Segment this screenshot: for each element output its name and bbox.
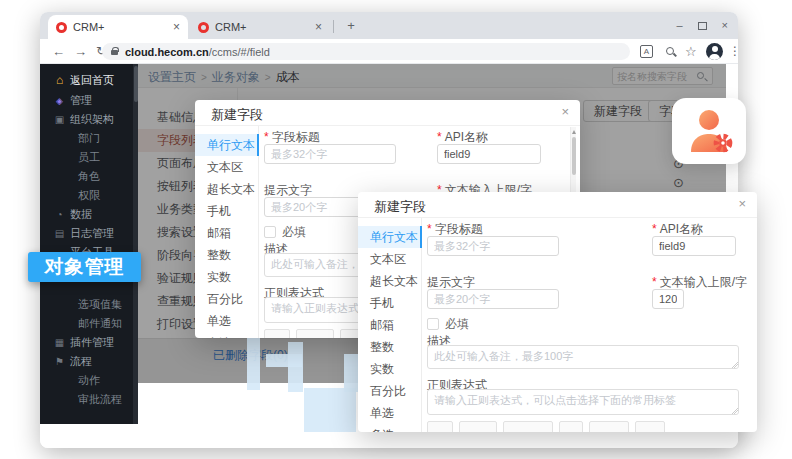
field-type-label: 整数 <box>207 248 231 262</box>
sidebar-item[interactable]: 选项值集 <box>40 295 133 314</box>
description-textarea[interactable] <box>427 345 739 369</box>
sidebar-item[interactable]: 插件管理 <box>40 333 133 352</box>
field-type-label: 百分比 <box>370 384 406 398</box>
data-icon <box>53 205 66 224</box>
field-title-input[interactable] <box>264 144 396 164</box>
avatar-settings-card <box>672 98 746 164</box>
sidebar-item-label: 插件管理 <box>70 336 114 348</box>
forward-icon[interactable]: → <box>74 43 87 60</box>
sidebar-item[interactable]: 管理 <box>40 91 133 110</box>
field-type-label: 超长文本 <box>207 182 255 196</box>
tab-close-icon[interactable]: × <box>315 21 322 33</box>
log-icon <box>53 224 66 243</box>
regex-tag-chip[interactable] <box>559 421 583 432</box>
sidebar-item[interactable]: 邮件通知 <box>40 314 133 333</box>
regex-textarea[interactable] <box>427 389 739 415</box>
field-type-item[interactable]: 手机 <box>195 200 258 222</box>
field-type-item[interactable]: 整数 <box>195 244 258 266</box>
field-type-item[interactable]: 超长文本 <box>195 178 258 200</box>
regex-tag-chip[interactable] <box>589 421 629 432</box>
address-bar[interactable]: cloud.hecom.cn/ccms/#/field <box>102 43 630 60</box>
translate-icon[interactable]: A <box>640 45 653 58</box>
sidebar-scrollbar-thumb[interactable] <box>134 66 138 102</box>
new-field-dialog: 新建字段 × 单行文本 文本区 超长文本 手机 邮箱 整数 <box>358 192 757 432</box>
bookmark-star-icon[interactable]: ☆ <box>685 43 697 60</box>
field-title-input[interactable] <box>427 236 559 256</box>
api-name-input[interactable] <box>652 236 736 256</box>
url-path: /ccms/#/field <box>209 46 270 58</box>
sidebar-item[interactable]: 组织架构 <box>40 110 133 129</box>
field-type-item[interactable]: 超长文本 <box>358 270 421 292</box>
field-type-item[interactable]: 整数 <box>358 336 421 358</box>
new-tab-button[interactable]: + <box>341 17 361 35</box>
field-type-item[interactable]: 文本区 <box>358 248 421 270</box>
field-type-item[interactable]: 邮箱 <box>195 222 258 244</box>
maximize-button[interactable] <box>698 22 707 30</box>
field-type-item[interactable]: 实数 <box>358 358 421 380</box>
tab-close-icon[interactable]: × <box>173 21 180 33</box>
field-type-item[interactable]: 单行文本 <box>195 134 258 156</box>
field-type-item[interactable]: 实数 <box>195 266 258 288</box>
window-close-button[interactable]: × <box>722 20 728 31</box>
field-type-item[interactable]: 百分比 <box>195 288 258 310</box>
sidebar-item[interactable]: 角色 <box>40 167 133 186</box>
scroll-up-icon[interactable] <box>572 130 576 134</box>
regex-tag-chip[interactable] <box>427 421 453 432</box>
api-name-input[interactable] <box>437 144 541 164</box>
home-icon <box>53 69 66 92</box>
sidebar-item[interactable]: 部门 <box>40 129 133 148</box>
field-type-label: 单选 <box>370 406 394 420</box>
sidebar-item-label: 管理 <box>70 94 92 106</box>
field-type-item[interactable]: 单选 <box>195 310 258 332</box>
dialog-close-icon[interactable]: × <box>561 105 569 118</box>
hint-text-input[interactable] <box>427 289 559 309</box>
gear-icon <box>712 132 734 154</box>
sidebar-item[interactable]: 员工 <box>40 148 133 167</box>
object-management-badge: 对象管理 <box>28 252 141 282</box>
browser-window: CRM+ × CRM+ × + – × ← → ↻ cloud.heco <box>40 12 738 448</box>
regex-tag-chip[interactable] <box>503 421 553 432</box>
field-type-item[interactable]: 百分比 <box>358 380 421 402</box>
zoom-search-icon[interactable] <box>666 47 674 55</box>
sidebar-item-label: 流程 <box>70 355 92 367</box>
field-type-label: 实数 <box>207 270 231 284</box>
required-checkbox[interactable] <box>427 318 439 330</box>
sidebar-item[interactable]: 权限 <box>40 186 133 205</box>
required-mark: * <box>264 130 269 144</box>
field-type-item[interactable]: 多选 <box>358 424 421 432</box>
browser-tab-inactive[interactable]: CRM+ × <box>190 15 330 39</box>
lock-icon <box>111 50 118 55</box>
field-type-item[interactable]: 多选 <box>195 332 258 338</box>
minimize-button[interactable]: – <box>676 20 682 31</box>
sidebar-item[interactable]: 审批流程 <box>40 390 133 409</box>
field-type-item[interactable]: 单选 <box>358 402 421 424</box>
field-type-nav: 单行文本 文本区 超长文本 手机 邮箱 整数 实数 百分比 <box>195 126 259 338</box>
sidebar-item[interactable]: 返回首页 <box>40 69 133 91</box>
field-type-label: 百分比 <box>207 292 243 306</box>
dialog-close-icon[interactable]: × <box>738 197 746 210</box>
browser-tab-active[interactable]: CRM+ × <box>48 15 188 39</box>
sidebar-item[interactable]: 动作 <box>40 371 133 390</box>
browser-menu-dots-icon[interactable]: ⋮ <box>729 43 741 60</box>
dialog-scrollbar-thumb[interactable] <box>572 137 576 175</box>
text-limit-input[interactable] <box>652 289 684 309</box>
field-type-item[interactable]: 手机 <box>358 292 421 314</box>
tab-title: CRM+ <box>215 21 311 33</box>
regex-tag-chip[interactable] <box>459 421 497 432</box>
field-type-item[interactable]: 邮箱 <box>358 314 421 336</box>
sidebar-item[interactable]: 日志管理 <box>40 224 133 243</box>
field-type-label: 文本区 <box>370 252 406 266</box>
regex-tag-chip[interactable] <box>296 329 334 338</box>
sidebar-item[interactable]: 流程 <box>40 352 133 371</box>
profile-avatar-icon[interactable] <box>706 43 723 60</box>
field-type-label: 文本区 <box>207 160 243 174</box>
regex-tag-chip[interactable] <box>635 421 665 432</box>
back-icon[interactable]: ← <box>52 43 65 60</box>
field-type-item[interactable]: 文本区 <box>195 156 258 178</box>
required-checkbox[interactable] <box>264 226 276 238</box>
field-type-item[interactable]: 单行文本 <box>358 226 421 248</box>
regex-tag-chip[interactable] <box>264 329 290 338</box>
field-type-label: 实数 <box>370 362 394 376</box>
sidebar-item[interactable]: 数据 <box>40 205 133 224</box>
tab-separator <box>333 20 334 33</box>
